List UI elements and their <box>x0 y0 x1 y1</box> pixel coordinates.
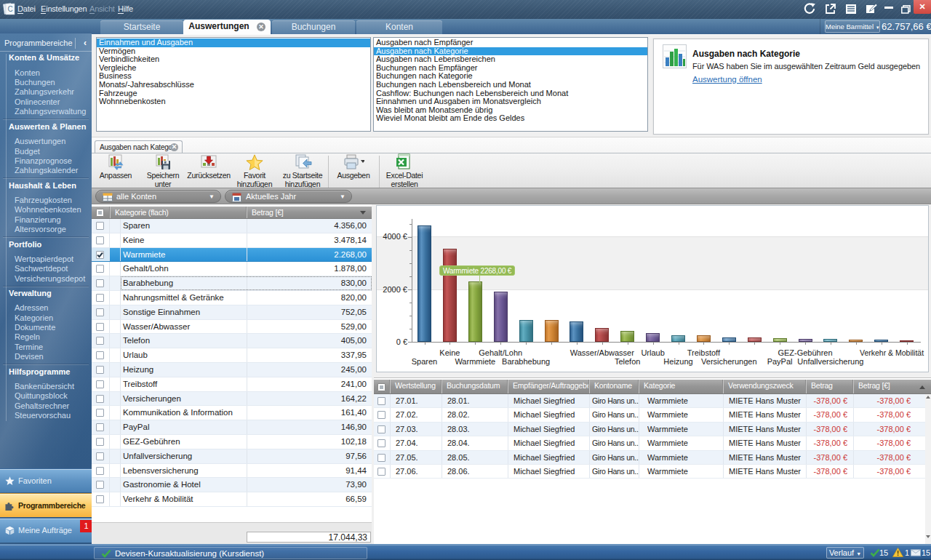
svg-text:C: C <box>7 5 12 13</box>
